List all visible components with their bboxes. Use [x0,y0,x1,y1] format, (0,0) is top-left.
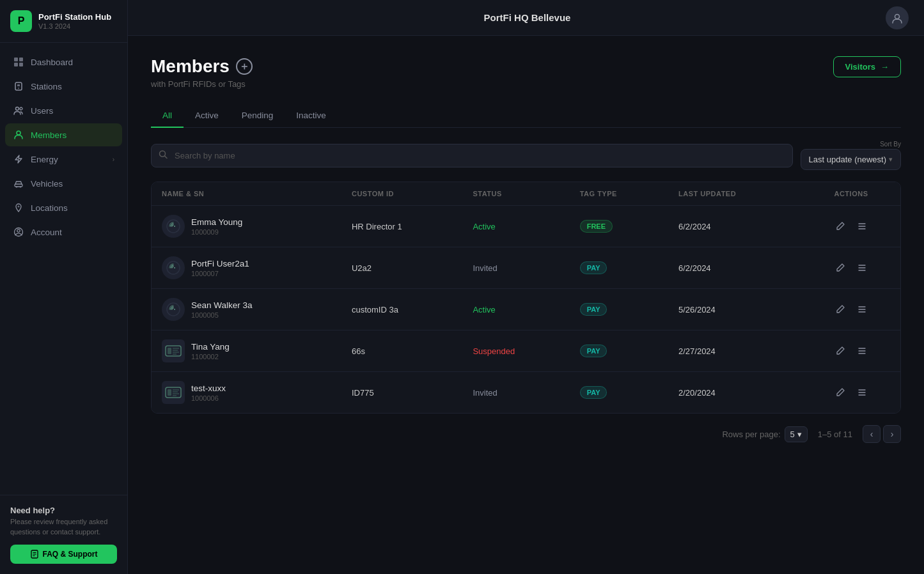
svg-point-13 [18,206,20,208]
edit-icon [835,304,845,314]
sort-select[interactable]: Last update (newest) ▾ [801,149,901,170]
member-actions [802,206,900,247]
svg-point-8 [20,107,22,110]
member-avatar [162,215,185,238]
member-last-updated: 6/2/2024 [668,206,802,247]
sidebar-item-energy-label: Energy [31,155,58,164]
svg-point-24 [174,226,175,227]
member-name: Tina Yang [191,342,230,352]
svg-point-23 [167,220,180,233]
svg-rect-48 [168,389,171,396]
main-content: PortFi HQ Bellevue Members ＋ with PortFi… [128,0,924,574]
sidebar-item-users[interactable]: Users [5,99,122,122]
svg-rect-10 [15,184,22,187]
member-name: test-xuxx [191,384,226,393]
member-last-updated: 2/20/2024 [668,372,802,414]
details-button[interactable] [854,260,870,275]
member-tag-type: PAY [570,330,668,372]
svg-point-11 [16,186,17,187]
member-custom-id: ID775 [341,372,462,414]
member-avatar-rfid [162,381,185,404]
member-actions [802,372,900,414]
member-tag-type: FREE [570,206,668,247]
member-name: Emma Young [191,217,242,227]
member-status: Invited [462,247,569,289]
member-custom-id: 66s [341,330,462,372]
sort-value: Last update (newest) [809,155,886,164]
sidebar-item-users-label: Users [31,106,53,116]
search-icon [159,150,168,161]
search-input[interactable] [151,144,793,167]
tag-badge: FREE [580,220,613,233]
sidebar-item-members-label: Members [31,130,67,140]
table-row: Tina Yang 1100002 66s Suspended PAY 2/27… [152,330,900,372]
svg-rect-2 [14,63,18,66]
svg-point-34 [174,309,175,310]
chevron-down-icon: ▾ [889,155,893,164]
details-button[interactable] [854,302,870,317]
sidebar-item-members[interactable]: Members [5,123,122,146]
edit-button[interactable] [833,302,848,317]
sidebar-item-locations[interactable]: Locations [5,196,122,219]
svg-rect-39 [168,348,171,354]
page-subtitle: with PortFi RFIDs or Tags [151,79,253,89]
next-page-button[interactable]: › [883,425,901,443]
sidebar-item-energy[interactable]: Energy › [5,148,122,171]
member-name-cell: Tina Yang 1100002 [152,330,341,372]
member-avatar-rfid [162,339,185,362]
station-icon [13,81,24,92]
svg-point-28 [167,261,180,274]
edit-button[interactable] [833,260,848,275]
edit-button[interactable] [833,219,848,234]
sidebar-item-account-label: Account [31,228,62,237]
sidebar-item-vehicles[interactable]: Vehicles [5,172,122,195]
faq-button[interactable]: FAQ & Support [10,545,117,564]
table-row: Emma Young 1000009 HR Director 1 Active … [152,206,900,247]
member-info: test-xuxx 1000006 [191,384,226,402]
header-location: PortFi HQ Bellevue [169,12,886,23]
app-logo-icon: P [10,10,32,32]
app-logo-text: PortFi Station Hub V1.3 2024 [38,12,111,30]
arrow-right-icon: → [881,62,889,72]
rows-per-page-select[interactable]: 5 ▾ [785,426,808,442]
status-badge: Active [473,222,495,231]
status-badge: Suspended [473,346,515,356]
status-badge: Invited [473,263,497,273]
member-name-cell: PortFi User2a1 1000007 [152,247,341,289]
user-avatar[interactable] [886,6,909,29]
rows-per-page: Rows per page: 5 ▾ [722,426,807,442]
add-member-button[interactable]: ＋ [236,58,253,75]
col-name-sn: NAME & SN [152,182,341,206]
sidebar-item-stations[interactable]: Stations [5,75,122,98]
tab-all[interactable]: All [151,104,184,128]
member-sn: 1000005 [191,311,253,319]
details-button[interactable] [854,219,870,234]
details-button[interactable] [854,385,870,400]
edit-button[interactable] [833,343,848,359]
list-icon [857,263,867,273]
tab-active[interactable]: Active [184,104,230,128]
sidebar-item-vehicles-label: Vehicles [31,179,63,189]
chevron-right-icon: › [113,156,114,163]
filter-tabs: All Active Pending Inactive [151,104,901,128]
tab-inactive[interactable]: Inactive [285,104,338,128]
tab-pending[interactable]: Pending [230,104,285,128]
member-name-cell: test-xuxx 1000006 [152,372,341,414]
help-subtitle: Please review frequently asked questions… [10,517,117,537]
member-name-cell: Emma Young 1000009 [152,206,341,247]
details-button[interactable] [854,343,870,359]
svg-rect-0 [14,58,18,61]
visitors-button[interactable]: Visitors → [833,56,901,77]
member-last-updated: 5/26/2024 [668,289,802,330]
svg-point-15 [17,229,20,232]
sidebar-item-account[interactable]: Account [5,221,122,244]
member-tag-type: PAY [570,372,668,414]
col-status: STATUS [462,182,569,206]
status-badge: Invited [473,388,497,398]
member-custom-id: customID 3a [341,289,462,330]
edit-button[interactable] [833,385,848,400]
prev-page-button[interactable]: ‹ [863,425,881,443]
table-row: Sean Walker 3a 1000005 customID 3a Activ… [152,289,900,330]
member-sn: 1000006 [191,394,226,402]
sidebar-item-dashboard[interactable]: Dashboard [5,50,122,74]
